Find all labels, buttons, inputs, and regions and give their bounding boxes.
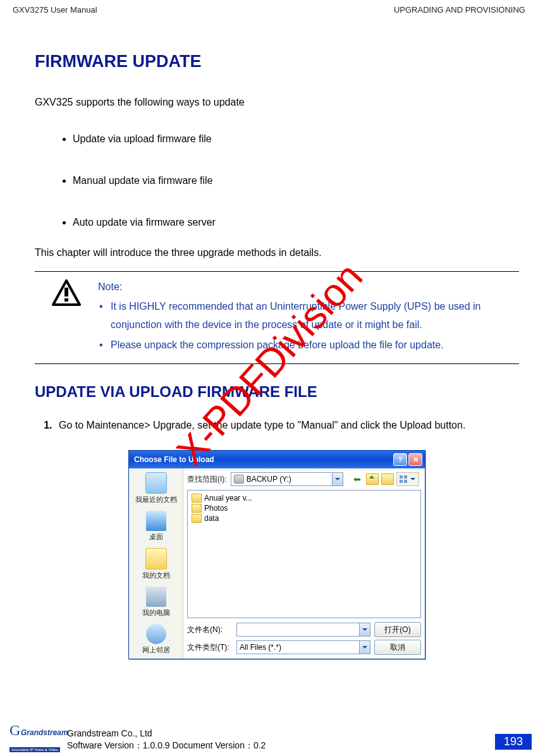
filename-label: 文件名(N):: [187, 625, 233, 635]
bullet-upload: Update via upload firmware file: [73, 133, 519, 145]
folder-name: Anual year v...: [204, 494, 252, 503]
folder-icon: [192, 494, 202, 503]
dialog-titlebar: Choose File to Upload ? ✕: [129, 451, 425, 468]
place-recent-label: 我最近的文档: [135, 495, 177, 504]
place-network-label: 网上邻居: [142, 645, 170, 655]
footer-company: Grandstream Co., Ltd: [67, 728, 495, 740]
lookin-row: 查找范围(I): BACKUP (Y:) ⬅: [187, 472, 421, 490]
logo-tagline: Innovative IP Voice & Video: [9, 747, 60, 752]
svg-rect-1: [64, 288, 68, 296]
lookin-value: BACKUP (Y:): [247, 475, 291, 484]
logo: G Grandstream Innovative IP Voice & Vide…: [6, 724, 63, 752]
dialog-title-text: Choose File to Upload: [134, 455, 393, 464]
open-button[interactable]: 打开(O): [374, 622, 421, 637]
places-bar: 我最近的文档 桌面 我的文档 我的电脑: [129, 468, 183, 659]
bottom-rows: 文件名(N): 打开(O) 文件类型(T): All Files (*.*): [187, 618, 421, 655]
heading-update-via-upload: UPDATE VIA UPLOAD FIRMWARE FILE: [35, 383, 519, 401]
folder-name: data: [204, 514, 219, 523]
nav-icons: ⬅: [351, 472, 419, 486]
lookin-dropdown[interactable]: BACKUP (Y:): [231, 472, 343, 486]
place-mydocs[interactable]: 我的文档: [142, 548, 170, 580]
note-item-ups: It is HIGHLY recommended that an Uninter…: [111, 298, 519, 334]
dialog-main-pane: 查找范围(I): BACKUP (Y:) ⬅: [183, 468, 425, 659]
chapter-intro: This chapter will introduce the three up…: [35, 247, 519, 259]
dropdown-arrow-icon: [359, 641, 370, 654]
filename-row: 文件名(N): 打开(O): [187, 622, 421, 637]
views-grid-icon: [400, 475, 407, 483]
place-mydocs-label: 我的文档: [142, 571, 170, 580]
page-number: 193: [495, 734, 532, 750]
footer-version: Software Version：1.0.0.9 Document Versio…: [67, 740, 495, 752]
bullet-auto: Auto update via firmware server: [73, 217, 519, 228]
intro-paragraph: GXV325 supports the following ways to up…: [35, 97, 519, 108]
folder-item[interactable]: Photos: [192, 503, 417, 513]
note-body: Note: It is HIGHLY recommended that an U…: [98, 278, 519, 357]
nav-newfolder-button[interactable]: [381, 473, 394, 485]
file-upload-dialog: Choose File to Upload ? ✕ 我最近的文档 桌面: [128, 450, 425, 659]
place-network[interactable]: 网上邻居: [142, 624, 170, 655]
recent-icon: [145, 472, 167, 494]
logo-g-glyph: G: [9, 722, 20, 739]
disk-icon: [234, 475, 244, 484]
page-footer: G Grandstream Innovative IP Voice & Vide…: [0, 724, 538, 752]
filetype-value: All Files (*.*): [240, 643, 281, 652]
update-methods-list: Update via upload firmware file Manual u…: [35, 133, 519, 228]
network-icon: [146, 624, 166, 644]
header-left: GXV3275 User Manual: [13, 5, 97, 15]
warning-icon: [35, 278, 98, 306]
logo-brand-text: Grandstream: [21, 728, 68, 737]
desktop-icon: [146, 511, 166, 531]
folder-item[interactable]: data: [192, 513, 417, 523]
place-desktop-label: 桌面: [149, 532, 163, 542]
nav-up-button[interactable]: [366, 473, 379, 485]
folder-name: Photos: [204, 504, 228, 513]
steps-list: Go to Maintenance> Upgrade, set the upda…: [35, 420, 519, 431]
page-content: FIRMWARE UPDATE GXV325 supports the foll…: [0, 17, 538, 659]
footer-text: Grandstream Co., Ltd Software Version：1.…: [63, 728, 495, 752]
svg-rect-2: [64, 298, 68, 302]
nav-views-button[interactable]: [396, 472, 419, 486]
place-recent[interactable]: 我最近的文档: [135, 472, 177, 504]
screenshot-figure: Choose File to Upload ? ✕ 我最近的文档 桌面: [35, 450, 519, 659]
place-desktop[interactable]: 桌面: [146, 511, 166, 542]
filename-input[interactable]: [236, 623, 370, 637]
filetype-label: 文件类型(T):: [187, 642, 233, 653]
mydocs-icon: [145, 548, 167, 570]
lookin-label: 查找范围(I):: [187, 474, 227, 485]
place-mycomputer-label: 我的电脑: [142, 608, 170, 618]
folder-item[interactable]: Anual year v...: [192, 493, 417, 503]
note-block: Note: It is HIGHLY recommended that an U…: [35, 271, 519, 364]
close-button[interactable]: ✕: [408, 453, 422, 466]
chevron-down-icon: [410, 478, 415, 480]
filetype-dropdown[interactable]: All Files (*.*): [236, 640, 370, 654]
folder-icon: [192, 504, 202, 513]
note-item-unpack: Please unpack the compression package be…: [111, 336, 519, 355]
file-list[interactable]: Anual year v... Photos data: [187, 490, 421, 618]
page-header: GXV3275 User Manual UPGRADING AND PROVIS…: [0, 0, 538, 17]
place-mycomputer[interactable]: 我的电脑: [142, 587, 170, 618]
filetype-row: 文件类型(T): All Files (*.*) 取消: [187, 640, 421, 655]
heading-firmware-update: FIRMWARE UPDATE: [35, 52, 519, 71]
bullet-manual: Manual update via firmware file: [73, 175, 519, 186]
mycomputer-icon: [146, 587, 166, 607]
cancel-button[interactable]: 取消: [374, 640, 421, 655]
header-right: UPGRADING AND PROVISIONING: [394, 5, 525, 15]
dropdown-arrow-icon: [332, 473, 343, 485]
help-button[interactable]: ?: [393, 453, 407, 466]
nav-back-button[interactable]: ⬅: [351, 473, 364, 485]
note-title: Note:: [98, 278, 519, 296]
dropdown-arrow-icon: [359, 623, 370, 636]
step-1: Go to Maintenance> Upgrade, set the upda…: [55, 420, 519, 431]
folder-icon: [192, 514, 202, 523]
